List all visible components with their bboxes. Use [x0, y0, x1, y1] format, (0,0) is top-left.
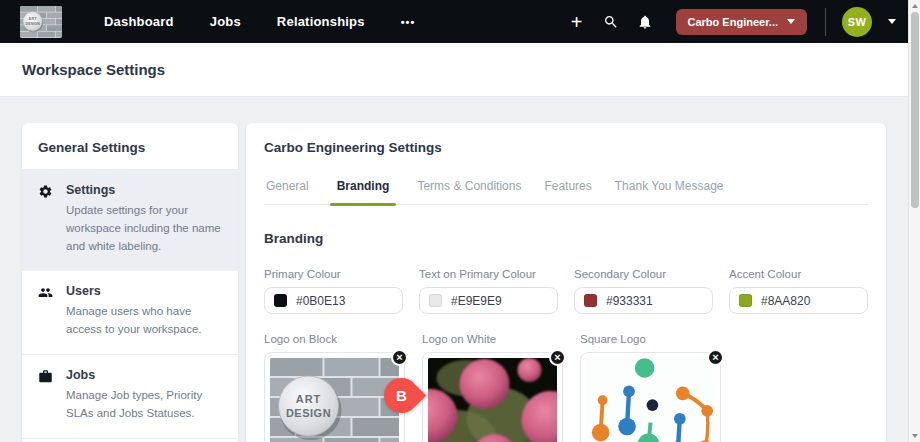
- tab-branding[interactable]: Branding: [330, 179, 397, 204]
- close-icon: ×: [396, 352, 402, 363]
- color-swatch: [739, 294, 752, 307]
- avatar-initials: SW: [848, 16, 866, 28]
- sidebar-title: General Settings: [38, 140, 222, 155]
- svg-text:ART: ART: [296, 393, 322, 405]
- nav-right-cluster: + Carbo Engineer... SW: [560, 7, 896, 37]
- logo-field-square: Square Logo: [580, 333, 721, 442]
- remove-logo-button[interactable]: ×: [707, 349, 724, 366]
- triangle-up-icon: [912, 4, 918, 8]
- sidebar-item-jobs[interactable]: Jobs Manage Job types, Priority SLAs and…: [22, 355, 238, 439]
- page-header: Workspace Settings: [0, 43, 920, 97]
- color-hex-value: #E9E9E9: [451, 294, 502, 308]
- brick-logo-image: ART DESIGN: [20, 6, 62, 38]
- search-button[interactable]: [594, 7, 628, 37]
- workspace-selector-label: Carbo Engineer...: [688, 16, 778, 28]
- color-field-accent: Accent Colour #8AA820: [729, 268, 868, 314]
- sidebar-item-label: Settings: [66, 183, 222, 197]
- remove-logo-button[interactable]: ×: [549, 349, 566, 366]
- tab-general[interactable]: General: [264, 179, 311, 204]
- color-field-secondary: Secondary Colour #933331: [574, 268, 713, 314]
- triangle-down-icon: [912, 434, 918, 438]
- color-field-label: Secondary Colour: [574, 268, 713, 280]
- logo-field-label: Logo on Block: [264, 333, 405, 345]
- square-logo-image: [586, 358, 715, 442]
- secondary-colour-input[interactable]: #933331: [574, 287, 713, 314]
- settings-main-panel: Carbo Engineering Settings General Brand…: [246, 123, 886, 442]
- user-menu-chevron-icon[interactable]: [888, 19, 896, 24]
- scrollbar-down-arrow[interactable]: [909, 430, 920, 442]
- logo-on-block-image: ART DESIGN: [270, 358, 399, 442]
- nav-link-jobs[interactable]: Jobs: [210, 14, 241, 29]
- primary-colour-input[interactable]: #0B0E13: [264, 287, 403, 314]
- page-title: Workspace Settings: [22, 61, 165, 78]
- user-avatar[interactable]: SW: [842, 7, 872, 37]
- logo-field-label: Square Logo: [580, 333, 721, 345]
- color-field-label: Accent Colour: [729, 268, 868, 280]
- workspace-selector-button[interactable]: Carbo Engineer...: [676, 9, 807, 35]
- chevron-down-icon: [787, 19, 795, 24]
- color-field-label: Primary Colour: [264, 268, 403, 280]
- nav-divider: [825, 8, 826, 36]
- tab-thank-you-message[interactable]: Thank You Message: [613, 179, 726, 204]
- sidebar-item-description: Manage users who have access to your wor…: [66, 303, 222, 339]
- close-icon: ×: [712, 352, 718, 363]
- gear-icon: [38, 183, 56, 255]
- scrollbar-thumb[interactable]: [911, 12, 919, 208]
- users-icon: [38, 284, 56, 339]
- nav-link-relationships[interactable]: Relationships: [277, 14, 365, 29]
- logo-on-white-upload[interactable]: ×: [422, 352, 563, 442]
- color-field-label: Text on Primary Colour: [419, 268, 558, 280]
- plus-icon: +: [571, 12, 583, 32]
- notifications-button[interactable]: [628, 7, 662, 37]
- tab-terms-conditions[interactable]: Terms & Conditions: [415, 179, 523, 204]
- top-navbar: ART DESIGN Dashboard Jobs Relationships …: [0, 0, 920, 43]
- logo-field-label: Logo on White: [422, 333, 563, 345]
- svg-text:DESIGN: DESIGN: [286, 407, 331, 419]
- settings-tabs: General Branding Terms & Conditions Feat…: [264, 179, 868, 205]
- logo-field-block: Logo on Block: [264, 333, 405, 442]
- logo-on-white-image: [428, 358, 557, 442]
- text-on-primary-colour-input[interactable]: #E9E9E9: [419, 287, 558, 314]
- search-icon: [603, 14, 619, 30]
- color-field-primary: Primary Colour #0B0E13: [264, 268, 403, 314]
- accent-colour-input[interactable]: #8AA820: [729, 287, 868, 314]
- bell-icon: [637, 14, 653, 30]
- nav-link-dashboard[interactable]: Dashboard: [104, 14, 174, 29]
- brand-logos-grid: Logo on Block: [264, 333, 868, 442]
- sidebar-item-label: Users: [66, 284, 222, 298]
- sidebar-item-settings[interactable]: Settings Update settings for your worksp…: [22, 170, 238, 271]
- svg-text:DESIGN: DESIGN: [25, 21, 40, 25]
- nav-links: Dashboard Jobs Relationships •••: [104, 14, 415, 29]
- sidebar-header: General Settings: [22, 123, 238, 170]
- color-field-text-on-primary: Text on Primary Colour #E9E9E9: [419, 268, 558, 314]
- color-swatch: [429, 294, 442, 307]
- color-hex-value: #933331: [606, 294, 653, 308]
- color-hex-value: #0B0E13: [296, 294, 345, 308]
- svg-text:ART: ART: [29, 17, 38, 21]
- square-logo-upload[interactable]: ×: [580, 352, 721, 442]
- briefcase-icon: [38, 368, 56, 423]
- sidebar-item-label: Jobs: [66, 368, 222, 382]
- branding-section-title: Branding: [264, 231, 868, 246]
- content-area: General Settings Settings Update setting…: [22, 123, 886, 442]
- close-icon: ×: [554, 352, 560, 363]
- color-swatch: [584, 294, 597, 307]
- sidebar-item-description: Update settings for your workspace inclu…: [66, 202, 222, 255]
- sidebar-item-users[interactable]: Users Manage users who have access to yo…: [22, 271, 238, 355]
- color-hex-value: #8AA820: [761, 294, 810, 308]
- workspace-settings-title: Carbo Engineering Settings: [264, 140, 868, 155]
- scrollbar-up-arrow[interactable]: [909, 0, 920, 12]
- tab-features[interactable]: Features: [542, 179, 593, 204]
- sidebar-item-description: Manage Job types, Priority SLAs and Jobs…: [66, 387, 222, 423]
- brand-colors-grid: Primary Colour #0B0E13 Text on Primary C…: [264, 268, 868, 314]
- add-button[interactable]: +: [560, 7, 594, 37]
- workspace-logo[interactable]: ART DESIGN: [20, 6, 62, 38]
- nav-more-menu[interactable]: •••: [401, 16, 416, 28]
- page-scrollbar[interactable]: [908, 0, 920, 442]
- remove-logo-button[interactable]: ×: [391, 349, 408, 366]
- color-swatch: [274, 294, 287, 307]
- settings-sidebar: General Settings Settings Update setting…: [22, 123, 238, 442]
- collaborator-cursor-label: B: [396, 387, 407, 404]
- logo-field-white: Logo on White: [422, 333, 563, 442]
